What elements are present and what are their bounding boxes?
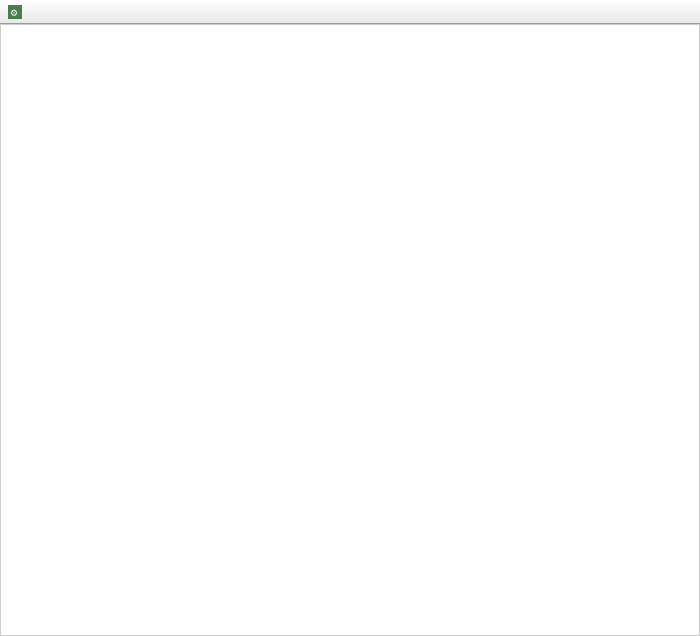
valve-grid (0, 24, 700, 636)
app-icon: ⚙ (8, 5, 22, 19)
svg-text:⚙: ⚙ (10, 8, 18, 18)
title-bar: ⚙ (0, 0, 700, 24)
